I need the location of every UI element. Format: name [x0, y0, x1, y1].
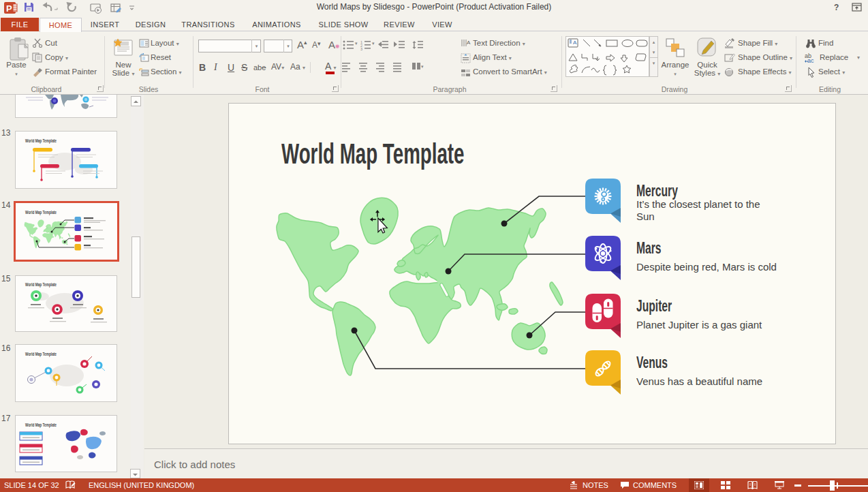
- svg-text:?: ?: [834, 3, 839, 12]
- svg-text:A: A: [467, 40, 471, 46]
- svg-text:▾: ▾: [355, 41, 358, 46]
- svg-text:World Map Template: World Map Template: [25, 352, 57, 357]
- svg-text:World Map Template: World Map Template: [25, 138, 57, 144]
- svg-text:ac: ac: [807, 57, 814, 63]
- svg-text:3: 3: [360, 47, 362, 51]
- svg-text:World Map Template: World Map Template: [25, 210, 57, 215]
- svg-text:▾: ▾: [372, 41, 375, 46]
- svg-text:▾: ▾: [421, 64, 424, 69]
- svg-text:World Map Template: World Map Template: [25, 422, 57, 428]
- svg-text:A: A: [573, 40, 577, 46]
- svg-text:World Map Template: World Map Template: [25, 282, 57, 288]
- svg-text:P: P: [6, 3, 12, 14]
